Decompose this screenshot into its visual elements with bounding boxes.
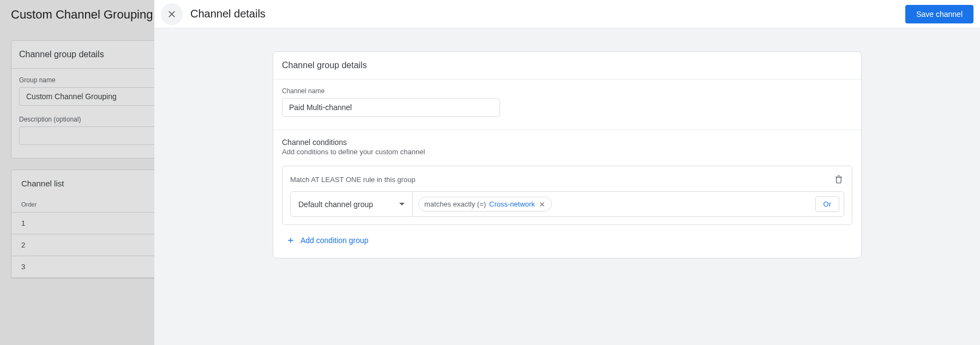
chip-value: Cross-network xyxy=(489,200,535,208)
save-button[interactable]: Save channel xyxy=(905,5,973,23)
rule-row: Default channel group matches exactly (=… xyxy=(290,191,844,217)
close-button[interactable] xyxy=(161,3,183,25)
condition-chip[interactable]: matches exactly (=) Cross-network xyxy=(418,197,552,211)
plus-icon xyxy=(286,236,295,245)
modal-header: Channel details Save channel xyxy=(154,0,980,28)
chevron-down-icon xyxy=(399,203,405,205)
close-icon xyxy=(166,9,177,20)
channel-name-section: Channel name xyxy=(273,80,861,130)
dimension-select[interactable]: Default channel group xyxy=(291,192,413,216)
chip-operator: matches exactly (=) xyxy=(424,200,486,208)
or-button[interactable]: Or xyxy=(815,196,839,212)
rule-chips-area[interactable]: matches exactly (=) Cross-network xyxy=(413,192,811,216)
channel-name-input[interactable] xyxy=(282,98,500,117)
channel-details-panel: Channel details Save channel Channel gro… xyxy=(154,0,980,345)
details-card-header: Channel group details xyxy=(273,52,861,80)
channel-name-label: Channel name xyxy=(282,87,852,95)
trash-icon[interactable] xyxy=(833,174,844,185)
conditions-subtitle: Add conditions to define your custom cha… xyxy=(282,148,852,156)
remove-chip-button[interactable] xyxy=(538,201,546,208)
conditions-section: Channel conditions Add conditions to def… xyxy=(273,130,861,258)
rule-group-label: Match AT LEAST ONE rule in this group xyxy=(290,175,416,184)
rule-group: Match AT LEAST ONE rule in this group De… xyxy=(282,166,852,225)
dimension-select-label: Default channel group xyxy=(298,200,373,209)
conditions-title: Channel conditions xyxy=(282,138,852,147)
svg-rect-0 xyxy=(837,177,841,183)
modal-body: Channel group details Channel name Chann… xyxy=(154,28,980,345)
add-condition-group-button[interactable]: Add condition group xyxy=(286,236,369,245)
modal-title: Channel details xyxy=(190,8,266,20)
add-condition-group-label: Add condition group xyxy=(300,236,369,245)
close-icon xyxy=(538,201,546,208)
details-card: Channel group details Channel name Chann… xyxy=(273,51,862,258)
